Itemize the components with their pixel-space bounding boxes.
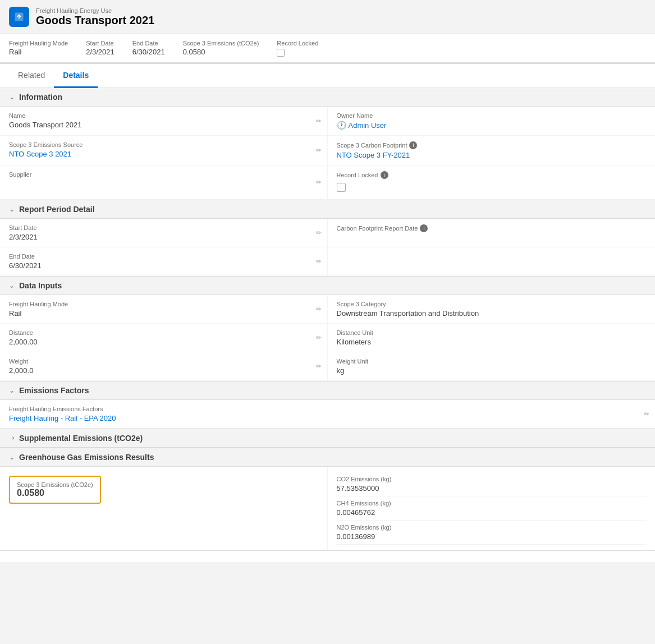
field-scope3-source-value[interactable]: NTO Scope 3 2021: [9, 150, 318, 158]
field-scope3-cf: Scope 3 Carbon Footprint i NTO Scope 3 F…: [328, 136, 656, 165]
highlighted-scope3-emissions: Scope 3 Emissions (tCO2e) 0.0580: [9, 476, 101, 504]
edit-distance-icon[interactable]: ✏: [316, 334, 322, 342]
field-hauling-ef-value[interactable]: Freight Hauling - Rail - EPA 2020: [9, 414, 646, 422]
field-weight-unit-value: kg: [337, 366, 647, 375]
field-scope3-cf-label: Scope 3 Carbon Footprint i: [337, 141, 647, 149]
edit-scope3-source-icon[interactable]: ✏: [316, 146, 322, 154]
field-scope3-source: Scope 3 Emissions Source NTO Scope 3 202…: [0, 136, 328, 165]
chevron-ghg-results: ⌄: [9, 453, 15, 461]
edit-hauling-mode-icon[interactable]: ✏: [316, 305, 322, 313]
header-subtitle: Freight Hauling Energy Use: [36, 7, 154, 14]
field-distance: Distance 2,000.00 ✏: [0, 324, 328, 352]
field-owner-label: Owner Name: [337, 112, 647, 119]
section-report-period: ⌄ Report Period Detail Start Date 2/3/20…: [0, 200, 655, 277]
field-scope3-category: Scope 3 Category Downstream Transportati…: [328, 295, 656, 324]
record-locked-checkbox[interactable]: [337, 183, 346, 192]
field-hauling-ef-label: Freight Hauling Emissions Factors: [9, 406, 646, 412]
field-distance-unit-value: Kilometers: [337, 338, 647, 346]
summary-bar: Freight Hauling Mode Rail Start Date 2/3…: [0, 34, 655, 64]
edit-name-icon[interactable]: ✏: [316, 117, 322, 125]
scope3-em-value: 0.0580: [17, 488, 93, 498]
field-scope3-cf-value[interactable]: NTO Scope 3 FY-2021: [337, 151, 647, 159]
field-distance-value: 2,000.00: [9, 338, 318, 346]
record-locked-checkbox-summary: [277, 49, 285, 57]
field-hauling-mode: Freight Hauling Mode Rail ✏: [0, 295, 328, 324]
summary-scope3-emissions: Scope 3 Emissions (tCO2e) 0.0580: [183, 40, 259, 56]
section-ghg-results-header[interactable]: ⌄ Greenhouse Gas Emissions Results: [0, 448, 655, 467]
field-distance-unit-label: Distance Unit: [337, 329, 647, 336]
section-report-period-title: Report Period Detail: [19, 205, 95, 214]
field-supplier-label: Supplier: [9, 171, 318, 178]
edit-start-date-icon[interactable]: ✏: [316, 229, 322, 237]
section-data-inputs-title: Data Inputs: [19, 281, 62, 290]
scope3-cf-info-icon[interactable]: i: [409, 141, 417, 149]
section-emissions-factors-body: Freight Hauling Emissions Factors Freigh…: [0, 400, 655, 429]
section-supplemental-header[interactable]: ⌄ Supplemental Emissions (tCO2e): [0, 429, 655, 448]
field-ch4-label: CH4 Emissions (kg): [337, 500, 647, 507]
data-row-3: Weight 2,000.0 ✏ Weight Unit kg: [0, 352, 655, 381]
section-supplemental-title: Supplemental Emissions (tCO2e): [19, 434, 143, 443]
field-weight-unit: Weight Unit kg: [328, 352, 656, 381]
section-emissions-factors-title: Emissions Factors: [19, 386, 89, 395]
field-scope3-category-value: Downstream Transportation and Distributi…: [337, 309, 647, 318]
field-name-value: Goods Transport 2021: [9, 121, 318, 129]
chevron-data-inputs: ⌄: [9, 282, 15, 289]
main-content: ⌄ Information Name Goods Transport 2021 …: [0, 88, 655, 562]
tab-details[interactable]: Details: [54, 64, 98, 88]
header-text: Freight Hauling Energy Use Goods Transpo…: [36, 7, 154, 27]
report-row-2: End Date 6/30/2021 ✏: [0, 247, 655, 276]
ghg-left: Scope 3 Emissions (tCO2e) 0.0580: [0, 467, 328, 550]
cf-report-date-info-icon[interactable]: i: [420, 224, 428, 232]
field-co2-label: CO2 Emissions (kg): [337, 476, 647, 482]
section-report-period-header[interactable]: ⌄ Report Period Detail: [0, 200, 655, 219]
field-weight-value: 2,000.0: [9, 366, 318, 375]
section-data-inputs-header[interactable]: ⌄ Data Inputs: [0, 277, 655, 295]
field-cf-report-date: Carbon Footprint Report Date i: [328, 219, 656, 247]
field-n2o-value: 0.00136989: [337, 532, 647, 541]
ghg-right: CO2 Emissions (kg) 57.53535000 CH4 Emiss…: [328, 467, 656, 550]
field-name: Name Goods Transport 2021 ✏: [0, 107, 328, 136]
tab-related[interactable]: Related: [9, 64, 54, 88]
summary-hauling-mode: Freight Hauling Mode Rail: [9, 40, 68, 56]
page-title: Goods Transport 2021: [36, 14, 154, 27]
field-start-date-value: 2/3/2021: [9, 233, 318, 241]
field-record-locked: Record Locked i: [328, 165, 656, 200]
scope3-em-label: Scope 3 Emissions (tCO2e): [17, 481, 93, 488]
edit-end-date-icon[interactable]: ✏: [316, 257, 322, 265]
section-information-header[interactable]: ⌄ Information: [0, 88, 655, 107]
field-ch4-value: 0.00465762: [337, 508, 647, 517]
field-n2o: N2O Emissions (kg) 0.00136989: [337, 521, 647, 545]
field-distance-unit: Distance Unit Kilometers: [328, 324, 656, 352]
section-data-inputs-body: Freight Hauling Mode Rail ✏ Scope 3 Cate…: [0, 295, 655, 381]
edit-hauling-ef-icon[interactable]: ✏: [644, 410, 649, 418]
field-supplier: Supplier ✏: [0, 165, 328, 200]
chevron-report-period: ⌄: [9, 205, 15, 213]
field-start-date-label: Start Date: [9, 224, 318, 231]
section-information-body: Name Goods Transport 2021 ✏ Owner Name 🕐…: [0, 107, 655, 200]
record-locked-info-icon[interactable]: i: [381, 171, 388, 179]
field-scope3-source-label: Scope 3 Emissions Source: [9, 141, 318, 148]
field-cf-report-date-label: Carbon Footprint Report Date i: [337, 224, 647, 232]
section-emissions-factors: ⌄ Emissions Factors Freight Hauling Emis…: [0, 381, 655, 429]
field-weight: Weight 2,000.0 ✏: [0, 352, 328, 381]
page-header: Freight Hauling Energy Use Goods Transpo…: [0, 0, 655, 34]
tab-bar: Related Details: [0, 64, 655, 88]
field-end-date-value: 6/30/2021: [9, 261, 318, 270]
field-n2o-label: N2O Emissions (kg): [337, 524, 647, 531]
ghg-layout: Scope 3 Emissions (tCO2e) 0.0580 CO2 Emi…: [0, 467, 655, 550]
summary-start-date: Start Date 2/3/2021: [86, 40, 114, 56]
edit-supplier-icon[interactable]: ✏: [316, 178, 322, 186]
field-owner-value[interactable]: 🕐Admin User: [337, 121, 647, 130]
chevron-information: ⌄: [9, 93, 15, 101]
field-ch4: CH4 Emissions (kg) 0.00465762: [337, 496, 647, 521]
edit-weight-icon[interactable]: ✏: [316, 362, 322, 370]
field-name-label: Name: [9, 112, 318, 119]
data-row-1: Freight Hauling Mode Rail ✏ Scope 3 Cate…: [0, 295, 655, 324]
section-emissions-factors-header[interactable]: ⌄ Emissions Factors: [0, 381, 655, 400]
data-row-2: Distance 2,000.00 ✏ Distance Unit Kilome…: [0, 324, 655, 352]
report-row-1: Start Date 2/3/2021 ✏ Carbon Footprint R…: [0, 219, 655, 247]
section-ghg-results: ⌄ Greenhouse Gas Emissions Results Scope…: [0, 448, 655, 551]
section-information-title: Information: [19, 93, 62, 102]
field-start-date: Start Date 2/3/2021 ✏: [0, 219, 328, 247]
field-end-date: End Date 6/30/2021 ✏: [0, 247, 328, 276]
